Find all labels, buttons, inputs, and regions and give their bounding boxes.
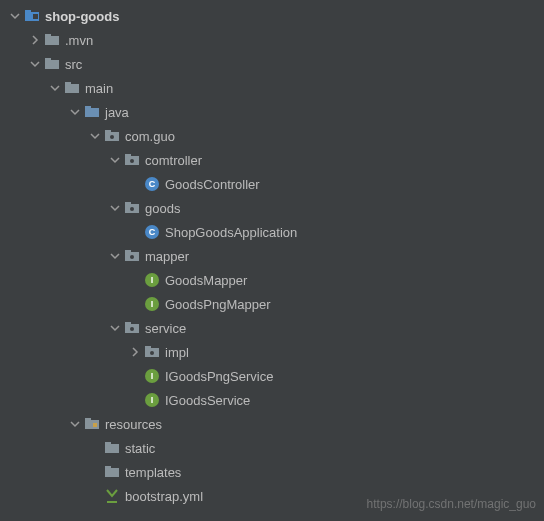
folder-icon [44, 56, 60, 72]
folder-icon [44, 32, 60, 48]
folder-icon [104, 440, 120, 456]
node-label: static [125, 441, 155, 456]
tree-node-goodspngmapper[interactable]: I GoodsPngMapper [0, 292, 544, 316]
source-folder-icon [84, 104, 100, 120]
package-icon [124, 320, 140, 336]
node-label: templates [125, 465, 181, 480]
svg-rect-6 [45, 58, 51, 61]
node-label: shop-goods [45, 9, 119, 24]
package-icon [124, 248, 140, 264]
package-icon [104, 128, 120, 144]
svg-point-28 [150, 351, 154, 355]
tree-node-comtroller[interactable]: comtroller [0, 148, 544, 172]
tree-node-goods[interactable]: goods [0, 196, 544, 220]
tree-node-comguo[interactable]: com.guo [0, 124, 544, 148]
node-label: goods [145, 201, 180, 216]
node-label: ShopGoodsApplication [165, 225, 297, 240]
tree-node-src[interactable]: src [0, 52, 544, 76]
svg-rect-1 [25, 10, 31, 13]
interface-icon: I [144, 368, 160, 384]
svg-point-19 [130, 207, 134, 211]
chevron-down-icon[interactable] [28, 57, 42, 71]
node-label: java [105, 105, 129, 120]
package-icon [144, 344, 160, 360]
tree-node-static[interactable]: static [0, 436, 544, 460]
svg-rect-8 [65, 82, 71, 85]
svg-rect-5 [45, 60, 59, 69]
svg-point-25 [130, 327, 134, 331]
tree-node-impl[interactable]: impl [0, 340, 544, 364]
svg-rect-31 [93, 423, 97, 427]
svg-rect-2 [33, 14, 38, 19]
svg-rect-33 [105, 442, 111, 445]
module-folder-icon [24, 8, 40, 24]
node-label: bootstrap.yml [125, 489, 203, 504]
yml-file-icon [104, 488, 120, 504]
tree-node-main[interactable]: main [0, 76, 544, 100]
node-label: .mvn [65, 33, 93, 48]
svg-rect-12 [105, 130, 111, 133]
svg-rect-34 [105, 468, 119, 477]
node-label: comtroller [145, 153, 202, 168]
tree-node-igoodsservice[interactable]: I IGoodsService [0, 388, 544, 412]
svg-rect-9 [85, 108, 99, 117]
svg-point-22 [130, 255, 134, 259]
folder-icon [64, 80, 80, 96]
svg-rect-30 [85, 418, 91, 421]
node-label: resources [105, 417, 162, 432]
svg-rect-21 [125, 250, 131, 253]
chevron-down-icon[interactable] [108, 321, 122, 335]
tree-node-shopgoodsapp[interactable]: C ShopGoodsApplication [0, 220, 544, 244]
class-icon: C [144, 176, 160, 192]
svg-rect-3 [45, 36, 59, 45]
project-tree: shop-goods .mvn src main java com.guo co… [0, 0, 544, 512]
chevron-down-icon[interactable] [108, 153, 122, 167]
tree-node-goodsmapper[interactable]: I GoodsMapper [0, 268, 544, 292]
tree-node-java[interactable]: java [0, 100, 544, 124]
node-label: main [85, 81, 113, 96]
svg-rect-10 [85, 106, 91, 109]
svg-point-13 [110, 135, 114, 139]
chevron-down-icon[interactable] [68, 417, 82, 431]
chevron-down-icon[interactable] [68, 105, 82, 119]
chevron-right-icon[interactable] [128, 345, 142, 359]
svg-rect-24 [125, 322, 131, 325]
resources-folder-icon [84, 416, 100, 432]
chevron-down-icon[interactable] [48, 81, 62, 95]
svg-rect-32 [105, 444, 119, 453]
chevron-down-icon[interactable] [108, 249, 122, 263]
svg-point-16 [130, 159, 134, 163]
node-label: com.guo [125, 129, 175, 144]
tree-node-mapper[interactable]: mapper [0, 244, 544, 268]
svg-rect-7 [65, 84, 79, 93]
tree-node-goodscontroller[interactable]: C GoodsController [0, 172, 544, 196]
node-label: GoodsController [165, 177, 260, 192]
chevron-right-icon[interactable] [28, 33, 42, 47]
node-label: mapper [145, 249, 189, 264]
svg-rect-35 [105, 466, 111, 469]
tree-node-mvn[interactable]: .mvn [0, 28, 544, 52]
tree-node-igoodspngservice[interactable]: I IGoodsPngService [0, 364, 544, 388]
folder-icon [104, 464, 120, 480]
package-icon [124, 152, 140, 168]
node-label: src [65, 57, 82, 72]
interface-icon: I [144, 272, 160, 288]
tree-node-resources[interactable]: resources [0, 412, 544, 436]
svg-rect-4 [45, 34, 51, 37]
spring-boot-icon: C [144, 224, 160, 240]
chevron-down-icon[interactable] [8, 9, 22, 23]
node-label: GoodsPngMapper [165, 297, 271, 312]
chevron-down-icon[interactable] [108, 201, 122, 215]
chevron-down-icon[interactable] [88, 129, 102, 143]
sidebar-tab-structure[interactable]: 7: Structure [0, 444, 2, 501]
tree-node-templates[interactable]: templates [0, 460, 544, 484]
node-label: IGoodsPngService [165, 369, 273, 384]
interface-icon: I [144, 392, 160, 408]
svg-rect-27 [145, 346, 151, 349]
interface-icon: I [144, 296, 160, 312]
svg-rect-15 [125, 154, 131, 157]
tree-node-service[interactable]: service [0, 316, 544, 340]
tree-node-root[interactable]: shop-goods [0, 4, 544, 28]
watermark-text: https://blog.csdn.net/magic_guo [367, 497, 536, 511]
svg-rect-18 [125, 202, 131, 205]
